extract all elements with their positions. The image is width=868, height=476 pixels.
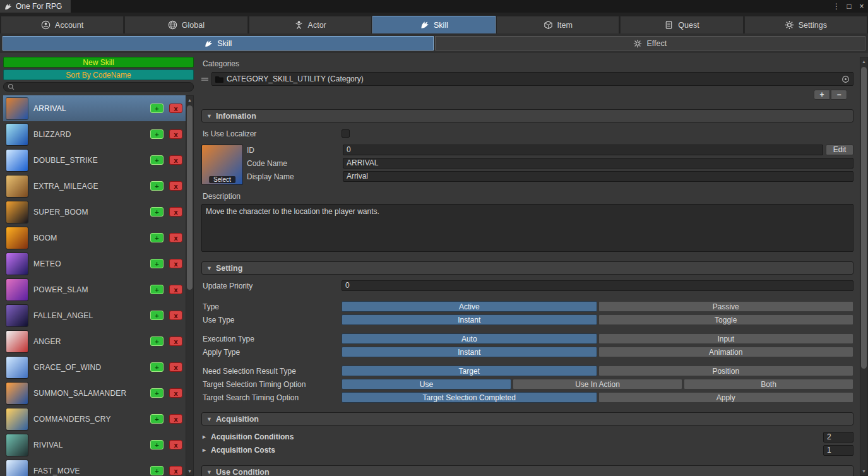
skill-list-item-anger[interactable]: ANGER+x xyxy=(3,328,186,354)
skill-list-item-boom[interactable]: BOOM+x xyxy=(3,225,186,251)
delete-skill-button[interactable]: x xyxy=(169,362,182,372)
is-use-localizer-checkbox[interactable] xyxy=(342,129,350,138)
duplicate-skill-button[interactable]: + xyxy=(150,207,163,217)
duplicate-skill-button[interactable]: + xyxy=(150,414,163,424)
subtab-skill[interactable]: Skill xyxy=(3,36,434,51)
delete-skill-button[interactable]: x xyxy=(169,440,182,449)
skill-list-item-extra-mileage[interactable]: EXTRA_MILEAGE+x xyxy=(3,173,186,199)
skill-list-item-double-strike[interactable]: DOUBLE_STRIKE+x xyxy=(3,147,186,173)
duplicate-skill-button[interactable]: + xyxy=(150,129,163,139)
tab-account[interactable]: Account xyxy=(1,16,124,33)
skill-list-item-summon-salamander[interactable]: SUMMON_SALAMANDER+x xyxy=(3,380,186,406)
select-thumbnail-button[interactable]: Select xyxy=(209,176,235,183)
delete-skill-button[interactable]: x xyxy=(169,285,182,294)
foldout-closed-icon[interactable]: ► xyxy=(201,434,211,440)
option-input[interactable]: Input xyxy=(598,333,854,344)
option-position[interactable]: Position xyxy=(598,366,854,376)
option-use-in-action[interactable]: Use In Action xyxy=(513,379,682,390)
duplicate-skill-button[interactable]: + xyxy=(150,233,163,242)
tab-item[interactable]: Item xyxy=(496,16,619,33)
new-skill-button[interactable]: New Skill xyxy=(3,57,194,68)
scrollbar-thumb[interactable] xyxy=(861,67,867,369)
option-use[interactable]: Use xyxy=(342,379,511,390)
duplicate-skill-button[interactable]: + xyxy=(150,259,163,268)
category-field[interactable]: CATEGORY_SKILL_UTILITY (Category) xyxy=(211,72,853,86)
delete-skill-button[interactable]: x xyxy=(169,233,182,242)
remove-category-button[interactable]: − xyxy=(831,90,847,100)
option-animation[interactable]: Animation xyxy=(598,347,854,357)
scroll-down-icon[interactable]: ▼ xyxy=(186,467,193,475)
delete-skill-button[interactable]: x xyxy=(169,414,182,424)
skill-list-item-blizzard[interactable]: BLIZZARD+x xyxy=(3,121,186,147)
skill-list-item-super-boom[interactable]: SUPER_BOOM+x xyxy=(3,199,186,225)
information-section-header[interactable]: ▼ Infomation xyxy=(201,109,853,122)
tab-settings[interactable]: Settings xyxy=(744,16,867,33)
subtab-effect[interactable]: Effect xyxy=(435,36,866,51)
skill-list-item-power-slam[interactable]: POWER_SLAM+x xyxy=(3,277,186,302)
tab-actor[interactable]: Actor xyxy=(249,16,372,33)
skill-list-item-meteo[interactable]: METEO+x xyxy=(3,251,186,277)
delete-skill-button[interactable]: x xyxy=(169,259,182,268)
option-auto[interactable]: Auto xyxy=(342,333,597,344)
duplicate-skill-button[interactable]: + xyxy=(150,336,163,346)
skill-list-item-rivival[interactable]: RIVIVAL+x xyxy=(3,432,186,458)
delete-skill-button[interactable]: x xyxy=(169,466,182,475)
display-name-field[interactable]: Arrival xyxy=(343,171,853,182)
delete-skill-button[interactable]: x xyxy=(169,129,182,139)
acquisition-costs-label[interactable]: Acquisition Costs xyxy=(211,446,275,455)
duplicate-skill-button[interactable]: + xyxy=(150,181,163,191)
maximize-icon[interactable]: □ xyxy=(843,2,855,11)
skill-search-box[interactable] xyxy=(3,82,194,92)
option-instant[interactable]: Instant xyxy=(342,314,597,325)
delete-skill-button[interactable]: x xyxy=(169,388,182,398)
acquisition-section-header[interactable]: ▼ Acquisition xyxy=(201,412,853,425)
delete-skill-button[interactable]: x xyxy=(169,207,182,217)
skill-list-item-arrival[interactable]: ARRIVAL+x xyxy=(3,95,186,121)
use-condition-section-header[interactable]: ▼ Use Condition xyxy=(201,465,853,476)
duplicate-skill-button[interactable]: + xyxy=(150,311,163,320)
scroll-up-icon[interactable]: ▲ xyxy=(186,96,193,104)
skill-search-input[interactable] xyxy=(17,83,189,91)
acquisition-conditions-count[interactable]: 2 xyxy=(823,432,853,443)
skill-list-item-fallen-angel[interactable]: FALLEN_ANGEL+x xyxy=(3,302,186,328)
tab-global[interactable]: Global xyxy=(124,16,247,33)
update-priority-field[interactable]: 0 xyxy=(342,280,853,291)
duplicate-skill-button[interactable]: + xyxy=(150,155,163,165)
foldout-closed-icon[interactable]: ► xyxy=(201,447,211,453)
duplicate-skill-button[interactable]: + xyxy=(150,440,163,449)
delete-skill-button[interactable]: x xyxy=(169,311,182,320)
duplicate-skill-button[interactable]: + xyxy=(150,285,163,294)
duplicate-skill-button[interactable]: + xyxy=(150,466,163,475)
code-name-field[interactable]: ARRIVAL xyxy=(343,158,853,169)
setting-section-header[interactable]: ▼ Setting xyxy=(201,261,853,275)
delete-skill-button[interactable]: x xyxy=(169,155,182,165)
main-scrollbar[interactable]: ▲ ▼ xyxy=(860,57,868,476)
id-field[interactable]: 0 xyxy=(343,145,823,155)
scroll-down-icon[interactable]: ▼ xyxy=(860,467,867,475)
option-both[interactable]: Both xyxy=(684,379,853,390)
tab-quest[interactable]: Quest xyxy=(620,16,743,33)
duplicate-skill-button[interactable]: + xyxy=(150,104,163,113)
scroll-up-icon[interactable]: ▲ xyxy=(860,57,867,66)
option-active[interactable]: Active xyxy=(342,301,597,312)
scrollbar-thumb[interactable] xyxy=(187,105,193,290)
option-apply[interactable]: Apply xyxy=(598,392,854,403)
acquisition-costs-count[interactable]: 1 xyxy=(823,445,853,456)
skill-thumbnail[interactable]: Select xyxy=(201,145,243,185)
kebab-menu-icon[interactable]: ⋮ xyxy=(830,2,843,11)
tab-skill[interactable]: Skill xyxy=(372,16,496,33)
edit-button[interactable]: Edit xyxy=(826,145,853,155)
option-toggle[interactable]: Toggle xyxy=(598,314,854,325)
close-icon[interactable]: × xyxy=(855,2,868,11)
option-target-selection-completed[interactable]: Target Selection Completed xyxy=(342,392,597,403)
description-field[interactable]: Move the character to the location the p… xyxy=(201,204,853,252)
duplicate-skill-button[interactable]: + xyxy=(150,388,163,398)
window-title-tab[interactable]: One For RPG xyxy=(0,0,71,13)
skill-list-scrollbar[interactable]: ▲ ▼ xyxy=(186,95,194,476)
option-instant[interactable]: Instant xyxy=(342,347,597,357)
add-category-button[interactable]: + xyxy=(814,90,830,100)
sort-by-codename-button[interactable]: Sort By CodeName xyxy=(3,69,194,80)
delete-skill-button[interactable]: x xyxy=(169,104,182,113)
duplicate-skill-button[interactable]: + xyxy=(150,362,163,372)
object-picker-icon[interactable] xyxy=(841,75,850,83)
